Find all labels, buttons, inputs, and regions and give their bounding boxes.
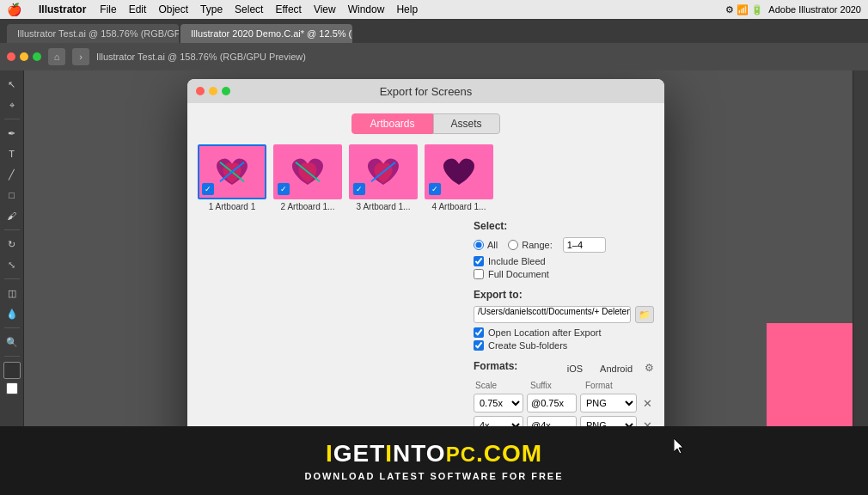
toolbar: ⌂ › Illustrator Test.ai @ 158.76% (RGB/G…	[0, 43, 868, 70]
select-radio-group: All Range:	[474, 237, 654, 253]
dialog-titlebar: Export for Screens	[187, 79, 664, 103]
artboard-thumb-4[interactable]: ✓	[425, 144, 493, 199]
radio-range[interactable]: Range:	[508, 240, 552, 250]
include-bleed-label[interactable]: Include Bleed	[474, 256, 654, 266]
dialog-title: Export for Screens	[380, 85, 473, 98]
range-input[interactable]	[563, 237, 606, 253]
formats-label: Formats:	[474, 360, 517, 372]
watermark-logo-pc: PC	[446, 443, 476, 466]
open-location-label[interactable]: Open Location after Export	[474, 327, 654, 338]
artboard-thumb-2[interactable]: ✓	[273, 144, 342, 199]
menu-effect[interactable]: Effect	[275, 3, 301, 15]
zoom-tool[interactable]: 🔍	[3, 333, 21, 351]
artboard-label-1: 1 Artboard 1	[198, 202, 266, 211]
full-document-checkbox[interactable]	[474, 269, 484, 279]
artboard-thumb-3[interactable]: ✓	[349, 144, 418, 199]
format-select-1[interactable]: PNG JPG SVG PDF	[580, 394, 637, 412]
artboard-item-3[interactable]: ✓ 3 Artboard 1...	[349, 144, 418, 211]
full-document-text: Full Document	[488, 269, 549, 279]
menu-help[interactable]: Help	[396, 3, 418, 15]
suffix-input-1[interactable]	[527, 394, 577, 412]
folder-browse-btn[interactable]: 📁	[635, 306, 654, 323]
tab-android[interactable]: Android	[595, 362, 638, 376]
formats-header: Formats: iOS Android ⚙	[474, 360, 654, 377]
tab-ios[interactable]: iOS	[562, 362, 588, 376]
col-format-label: Format	[585, 381, 645, 390]
window-controls	[7, 52, 41, 61]
watermark-logo: IGETINTOPC.COM	[326, 440, 542, 468]
menu-object[interactable]: Object	[158, 3, 188, 15]
home-icon[interactable]: ⌂	[48, 48, 65, 65]
dialog-main: Select: All Range:	[198, 220, 654, 449]
radio-all-label: All	[487, 240, 498, 250]
radio-all[interactable]: All	[474, 240, 498, 250]
type-tool[interactable]: T	[3, 145, 21, 162]
artboard-check-1: ✓	[202, 183, 214, 195]
gradient-tool[interactable]: ◫	[3, 284, 21, 302]
dialog-close[interactable]	[196, 87, 205, 95]
pen-tool[interactable]: ✒	[3, 125, 21, 142]
create-subfolders-label[interactable]: Create Sub-folders	[474, 340, 654, 351]
app-name: Illustrator	[39, 3, 86, 15]
menu-type[interactable]: Type	[200, 3, 223, 15]
selection-tool[interactable]: ↖	[3, 76, 21, 93]
menu-window[interactable]: Window	[348, 3, 385, 15]
menu-items: File Edit Object Type Select Effect View…	[100, 3, 418, 15]
watermark-logo-i: I	[326, 440, 333, 467]
artboard-item-4[interactable]: ✓ 4 Artboard 1...	[425, 144, 493, 211]
menu-edit[interactable]: Edit	[129, 3, 147, 15]
eyedropper-tool[interactable]: 💧	[3, 305, 21, 322]
apple-menu[interactable]: 🍎	[7, 3, 21, 16]
watermark-banner: IGETINTOPC.COM Download Latest Software …	[0, 426, 868, 495]
menu-bar-title: Adobe Illustrator 2020	[768, 4, 861, 15]
tool-divider-2	[4, 229, 20, 230]
remove-format-1[interactable]: ✕	[640, 396, 654, 410]
tab-bar: Illustrator Test.ai @ 158.76% (RGB/GPU P…	[0, 19, 868, 43]
include-bleed-checkbox[interactable]	[474, 256, 484, 266]
direct-selection-tool[interactable]: ⌖	[3, 96, 21, 113]
minimize-btn[interactable]	[20, 52, 28, 61]
create-subfolders-checkbox[interactable]	[474, 340, 484, 351]
radio-range-input[interactable]	[508, 240, 518, 250]
stroke-color[interactable]	[6, 382, 18, 394]
menu-view[interactable]: View	[314, 3, 336, 15]
artboard-item-1[interactable]: ✓ 1 Artboard 1	[198, 144, 266, 211]
fill-color[interactable]	[3, 362, 21, 379]
artboard-label-2: 2 Artboard 1...	[273, 202, 342, 211]
paintbrush-tool[interactable]: 🖌	[3, 207, 21, 224]
tool-divider-5	[4, 356, 20, 357]
rotate-tool[interactable]: ↻	[3, 235, 21, 253]
formats-gear-icon[interactable]: ⚙	[645, 362, 654, 376]
dialog-minimize[interactable]	[209, 87, 217, 95]
radio-all-input[interactable]	[474, 240, 484, 250]
close-btn[interactable]	[7, 52, 15, 61]
breadcrumb-arrow-icon: ›	[72, 48, 89, 65]
tab-assets[interactable]: Assets	[433, 113, 500, 134]
watermark-tagline: Download Latest Software for Free	[304, 471, 563, 481]
tab-illustrator-test[interactable]: Illustrator Test.ai @ 158.76% (RGB/GPU P…	[7, 24, 179, 43]
export-path-field[interactable]: /Users/danielscott/Documents/+ Deleten	[474, 306, 631, 323]
scale-tool[interactable]: ⤡	[3, 256, 21, 273]
dialog-maximize[interactable]	[222, 87, 230, 95]
full-document-label[interactable]: Full Document	[474, 269, 654, 279]
artboard-item-2[interactable]: ✓ 2 Artboard 1...	[273, 144, 342, 211]
line-tool[interactable]: ╱	[3, 166, 21, 183]
tool-divider-1	[4, 119, 20, 119]
maximize-btn[interactable]	[33, 52, 41, 61]
tab-artboards[interactable]: Artboards	[351, 113, 432, 134]
artboard-label-4: 4 Artboard 1...	[425, 202, 493, 211]
scale-select-1[interactable]: 0.75x 1x 2x 3x 4x	[474, 394, 523, 412]
shape-tool[interactable]: □	[3, 186, 21, 204]
open-location-checkbox[interactable]	[474, 327, 484, 338]
tab-illustrator-demo[interactable]: Illustrator 2020 Demo.C.ai* @ 12.5% (RGB…	[180, 24, 352, 43]
menu-file[interactable]: File	[100, 3, 116, 15]
dialog-tabs: Artboards Assets	[198, 113, 654, 134]
select-label: Select:	[474, 220, 654, 232]
artboard-check-4: ✓	[429, 183, 441, 195]
tab-label-2: Illustrator 2020 Demo.C.ai* @ 12.5% (RGB…	[191, 28, 352, 39]
watermark-logo-get: G	[333, 440, 353, 467]
dialog-spacer	[198, 220, 462, 449]
formats-platform-tabs: iOS Android ⚙	[562, 362, 654, 376]
artboard-thumb-1[interactable]: ✓	[198, 144, 266, 199]
menu-select[interactable]: Select	[235, 3, 263, 15]
